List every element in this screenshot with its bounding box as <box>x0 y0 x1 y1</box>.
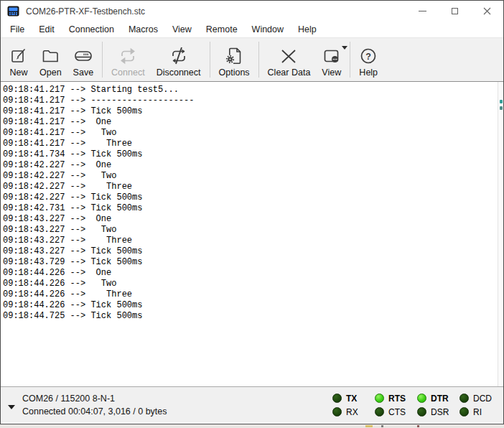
terminal-line: 09:18:43.227 --> Tick 500ms <box>3 246 496 257</box>
options-button[interactable]: Options <box>213 39 256 80</box>
open-label: Open <box>39 68 62 78</box>
menu-item-macros[interactable]: Macros <box>121 24 165 34</box>
scroll-marker <box>500 100 503 103</box>
port-settings-text: COM26 / 115200 8-N-1 <box>22 392 167 405</box>
terminal-output: 09:18:41.217 --> Starting test5...09:18:… <box>3 85 496 322</box>
led-label: DSR <box>431 407 449 417</box>
menu-item-help[interactable]: Help <box>291 24 324 34</box>
menu-item-edit[interactable]: Edit <box>32 24 62 34</box>
terminal-line: 09:18:42.227 --> One <box>3 160 496 171</box>
new-button[interactable]: New <box>4 39 34 80</box>
desktop-speck <box>365 425 373 427</box>
view-label: View <box>322 68 341 78</box>
terminal-scrollbar[interactable] <box>498 82 503 386</box>
minimize-icon <box>419 11 426 11</box>
terminal-line: 09:18:44.226 --> Three <box>3 289 496 300</box>
terminal-line: 09:18:41.217 --> -------------------- <box>3 96 496 106</box>
led-grid: TXRXRTSCTSDTRDSRDCDRI <box>332 392 495 418</box>
led-light-icon <box>459 394 469 403</box>
view-window-icon <box>322 44 341 68</box>
save-button[interactable]: Save <box>67 39 100 80</box>
led-light-icon <box>417 394 426 403</box>
led-rx: RX <box>332 407 368 417</box>
terminal-line: 09:18:42.731 --> Tick 500ms <box>3 203 496 214</box>
clear-data-x-icon <box>280 44 297 68</box>
terminal-line: 09:18:42.227 --> Two <box>3 171 496 182</box>
clear-data-button[interactable]: Clear Data <box>262 39 317 80</box>
connect-button[interactable]: Connect <box>106 39 151 80</box>
help-question-icon: ? <box>359 44 378 68</box>
led-label: RI <box>473 407 482 417</box>
terminal-line: 09:18:43.227 --> Two <box>3 225 496 236</box>
led-light-icon <box>332 394 342 403</box>
minimize-button[interactable] <box>406 1 439 22</box>
title-bar: COM26-PTR-XF-Testbench.stc <box>1 1 503 22</box>
close-button[interactable] <box>471 1 503 22</box>
led-label: DTR <box>431 394 449 404</box>
terminal-line: 09:18:43.729 --> Tick 500ms <box>3 257 496 268</box>
terminal-line: 09:18:41.217 --> Starting test5... <box>3 85 496 96</box>
open-button[interactable]: Open <box>34 39 67 80</box>
connect-label: Connect <box>111 68 145 78</box>
led-label: RTS <box>388 394 406 404</box>
scroll-marker <box>500 106 503 110</box>
menu-item-connection[interactable]: Connection <box>62 24 121 34</box>
help-button[interactable]: ? Help <box>353 39 383 80</box>
led-label: CTS <box>388 407 406 417</box>
terminal-line: 09:18:44.226 --> One <box>3 268 496 279</box>
new-icon <box>9 44 28 68</box>
terminal-line: 09:18:41.734 --> Tick 500ms <box>3 149 496 160</box>
led-light-icon <box>459 407 469 417</box>
menu-item-window[interactable]: Window <box>245 24 291 34</box>
led-tx: TX <box>332 394 368 404</box>
terminal-line: 09:18:44.226 --> Two <box>3 279 496 289</box>
menu-item-file[interactable]: File <box>3 24 32 34</box>
close-icon <box>483 7 491 15</box>
terminal-line: 09:18:42.227 --> Tick 500ms <box>3 192 496 203</box>
led-dcd: DCD <box>459 394 495 404</box>
menu-item-remote[interactable]: Remote <box>199 24 245 34</box>
view-dropdown-caret-icon <box>342 46 347 50</box>
app-icon <box>7 5 20 18</box>
open-folder-icon <box>41 44 60 68</box>
terminal-line: 09:18:41.217 --> One <box>3 117 496 128</box>
maximize-icon <box>452 8 458 14</box>
led-label: DCD <box>473 394 492 404</box>
app-window: COM26-PTR-XF-Testbench.stc FileEditConne… <box>0 0 504 424</box>
menu-item-view[interactable]: View <box>165 24 199 34</box>
led-label: TX <box>346 394 357 404</box>
window-title: COM26-PTR-XF-Testbench.stc <box>26 6 145 17</box>
save-drive-icon <box>73 44 93 68</box>
terminal-line: 09:18:44.725 --> Tick 500ms <box>3 311 496 322</box>
led-light-icon <box>375 394 384 403</box>
terminal-line: 09:18:41.217 --> Three <box>3 139 496 149</box>
terminal-line: 09:18:44.226 --> Tick 500ms <box>3 300 496 311</box>
options-gear-document-icon <box>225 44 243 68</box>
save-label: Save <box>73 68 94 78</box>
led-light-icon <box>375 407 384 417</box>
desktop-strip <box>0 424 504 428</box>
maximize-button[interactable] <box>439 1 471 22</box>
menu-bar: FileEditConnectionMacrosViewRemoteWindow… <box>1 22 503 37</box>
desktop-speck <box>417 425 419 427</box>
toolbar-separator <box>350 42 350 78</box>
help-label: Help <box>359 68 378 78</box>
led-cts: CTS <box>375 407 410 417</box>
status-collapse-arrow-icon[interactable] <box>8 405 15 409</box>
view-button[interactable]: View <box>316 39 347 80</box>
led-dsr: DSR <box>417 407 452 417</box>
svg-text:?: ? <box>365 51 371 61</box>
led-light-icon <box>417 407 426 417</box>
disconnect-label: Disconnect <box>157 68 201 78</box>
connection-status: COM26 / 115200 8-N-1 Connected 00:04:07,… <box>22 392 167 418</box>
led-label: RX <box>346 407 358 417</box>
toolbar-separator <box>258 42 259 78</box>
led-dtr: DTR <box>417 394 452 404</box>
options-label: Options <box>219 68 250 78</box>
terminal-panel[interactable]: 09:18:41.217 --> Starting test5...09:18:… <box>1 81 503 387</box>
desktop-speck <box>381 425 383 427</box>
disconnect-button[interactable]: Disconnect <box>151 39 207 80</box>
terminal-line: 09:18:41.217 --> Tick 500ms <box>3 106 496 117</box>
toolbar-separator <box>210 42 210 78</box>
new-label: New <box>9 68 27 78</box>
